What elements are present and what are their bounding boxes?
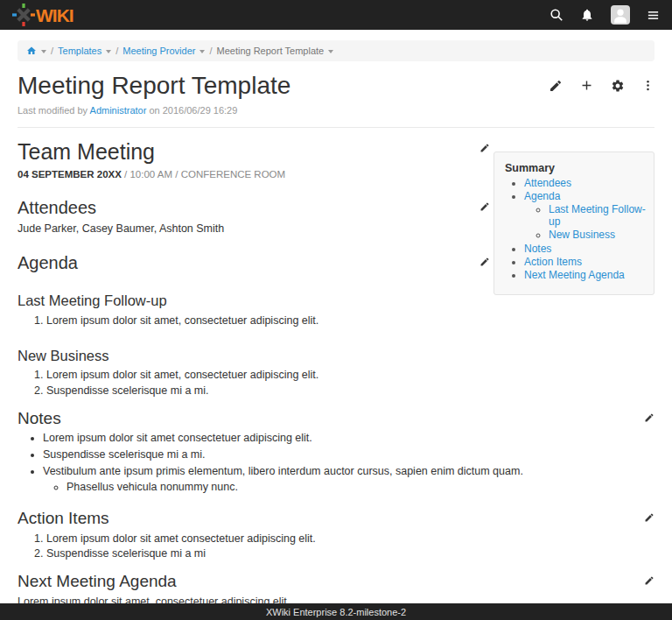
agenda-heading-text: Agenda <box>18 253 78 272</box>
action-items-list: Lorem ipsum dolor sit amet consectetuer … <box>18 532 654 561</box>
list-item: Notes <box>524 243 648 255</box>
modified-author-link[interactable]: Administrator <box>90 105 147 116</box>
page-header: Meeting Report Template <box>18 73 654 100</box>
document-full-width: Notes Lorem ipsum dolor sit amet consect… <box>18 409 654 609</box>
list-item: Lorem ipsum dolor sit amet consectetuer … <box>46 532 654 546</box>
list-item: Lorem ipsum dolor sit amet, consectetuer… <box>46 369 490 383</box>
agenda-heading: Agenda <box>18 253 490 273</box>
breadcrumb-separator: / <box>116 46 118 56</box>
xwiki-logo-text: WIKI <box>36 6 74 25</box>
list-item: Suspendisse scelerisque mi a mi. <box>43 448 654 462</box>
edit-section-pencil-icon[interactable] <box>480 257 490 267</box>
version-footer: XWiki Enterprise 8.2-milestone-2 <box>0 603 672 620</box>
summary-link-attendees[interactable]: Attendees <box>524 177 571 189</box>
action-items-heading: Action Items <box>18 509 654 528</box>
meeting-meta-line: 04 SEPTEMBER 20XX / 10:00 AM / CONFERENC… <box>18 168 490 180</box>
list-item: Attendees <box>524 177 648 189</box>
summary-link-new-business[interactable]: New Business <box>549 229 615 241</box>
list-item-text: Vestibulum ante ipsum primis elementum, … <box>43 465 523 477</box>
edit-section-pencil-icon[interactable] <box>644 575 654 586</box>
breadcrumb-separator: / <box>51 46 53 56</box>
modified-rest: on 2016/06/29 16:29 <box>149 105 237 116</box>
list-item: New Business <box>549 229 648 241</box>
top-navbar: WIKI <box>0 0 672 30</box>
chevron-down-icon[interactable] <box>41 50 46 53</box>
search-icon[interactable] <box>550 8 564 22</box>
attendees-names: Jude Parker, Casey Baumer, Ashton Smith <box>18 222 490 236</box>
summary-link-agenda[interactable]: Agenda <box>524 190 560 202</box>
notes-sublist: Phasellus vehicula nonummy nunc. <box>43 481 654 495</box>
list-item: Last Meeting Follow-up <box>549 203 648 228</box>
chevron-down-icon[interactable] <box>328 50 333 53</box>
user-avatar[interactable] <box>611 5 630 25</box>
summary-list: Attendees Agenda Last Meeting Follow-up … <box>503 177 648 281</box>
list-item: Agenda Last Meeting Follow-up New Busine… <box>524 190 648 242</box>
settings-gear-icon[interactable] <box>611 79 625 93</box>
create-plus-icon[interactable] <box>579 78 594 93</box>
meeting-date: 04 SEPTEMBER 20XX <box>18 169 122 180</box>
header-divider <box>18 127 654 128</box>
action-items-heading-text: Action Items <box>18 509 109 527</box>
xwiki-page: WIKI / Templates / Meeting Provider <box>0 0 672 620</box>
page-title: Meeting Report Template <box>18 73 290 100</box>
modified-prefix: Last modified by <box>18 105 88 116</box>
list-item: Suspendisse scelerisque mi a mi. <box>46 384 490 398</box>
list-item: Lorem ipsum dolor sit amet, consectetuer… <box>46 314 490 328</box>
new-business-list: Lorem ipsum dolor sit amet, consectetuer… <box>18 369 490 398</box>
summary-sublist: Last Meeting Follow-up New Business <box>524 203 648 241</box>
breadcrumb-item-meeting-provider[interactable]: Meeting Provider <box>122 46 195 56</box>
topbar-actions <box>550 5 660 25</box>
summary-link-next-meeting[interactable]: Next Meeting Agenda <box>524 269 625 281</box>
notifications-bell-icon[interactable] <box>580 8 594 22</box>
document-main-column: Team Meeting 04 SEPTEMBER 20XX / 10:00 A… <box>18 139 490 398</box>
new-business-heading: New Business <box>18 348 490 365</box>
summary-link-followup[interactable]: Last Meeting Follow-up <box>549 203 646 228</box>
last-modified-line: Last modified by Administrator on 2016/0… <box>18 105 654 116</box>
drawer-menu-icon[interactable] <box>647 9 660 22</box>
edit-pencil-icon[interactable] <box>549 79 563 93</box>
next-meeting-heading-text: Next Meeting Agenda <box>18 572 177 590</box>
next-meeting-heading: Next Meeting Agenda <box>18 572 654 591</box>
list-item: Action Items <box>524 256 648 268</box>
version-text: XWiki Enterprise 8.2-milestone-2 <box>266 607 406 617</box>
document-content: Summary Attendees Agenda Last Meeting Fo… <box>0 139 672 609</box>
edit-section-pencil-icon[interactable] <box>644 412 654 423</box>
chevron-down-icon[interactable] <box>200 50 205 53</box>
doc-title-heading: Team Meeting <box>18 139 490 165</box>
list-item: Vestibulum ante ipsum primis elementum, … <box>43 465 654 495</box>
edit-section-pencil-icon[interactable] <box>480 143 490 153</box>
notes-heading: Notes <box>18 409 654 428</box>
summary-title: Summary <box>505 162 648 174</box>
summary-link-notes[interactable]: Notes <box>524 243 551 255</box>
chevron-down-icon[interactable] <box>106 50 111 53</box>
list-item: Phasellus vehicula nonummy nunc. <box>66 481 654 495</box>
xwiki-logo-x-icon <box>12 4 35 26</box>
meeting-time-place: / 10:00 AM / CONFERENCE ROOM <box>122 169 285 180</box>
edit-section-pencil-icon[interactable] <box>644 512 654 523</box>
list-item: Lorem ipsum dolor sit amet consectetuer … <box>43 432 654 446</box>
breadcrumb-separator: / <box>209 46 212 56</box>
list-item: Suspendisse scelerisque mi a mi <box>46 547 654 561</box>
doc-title-text: Team Meeting <box>18 139 155 164</box>
more-actions-kebab-icon[interactable] <box>641 79 654 92</box>
summary-link-action-items[interactable]: Action Items <box>524 256 582 268</box>
summary-panel: Summary Attendees Agenda Last Meeting Fo… <box>494 151 654 295</box>
breadcrumb-item-templates[interactable]: Templates <box>58 46 102 56</box>
breadcrumb-item-current: Meeting Report Template <box>216 46 324 56</box>
notes-heading-text: Notes <box>18 409 61 427</box>
breadcrumb-home-icon[interactable] <box>26 46 37 56</box>
xwiki-logo[interactable]: WIKI <box>12 4 74 26</box>
notes-list: Lorem ipsum dolor sit amet consectetuer … <box>18 432 654 495</box>
page-toolbar <box>549 73 654 93</box>
breadcrumb: / Templates / Meeting Provider / Meeting… <box>18 40 654 61</box>
attendees-heading: Attendees <box>18 198 490 218</box>
edit-section-pencil-icon[interactable] <box>480 201 490 212</box>
attendees-heading-text: Attendees <box>18 198 96 217</box>
followup-heading: Last Meeting Follow-up <box>18 292 490 310</box>
followup-list: Lorem ipsum dolor sit amet, consectetuer… <box>18 314 490 328</box>
list-item: Next Meeting Agenda <box>524 269 648 281</box>
